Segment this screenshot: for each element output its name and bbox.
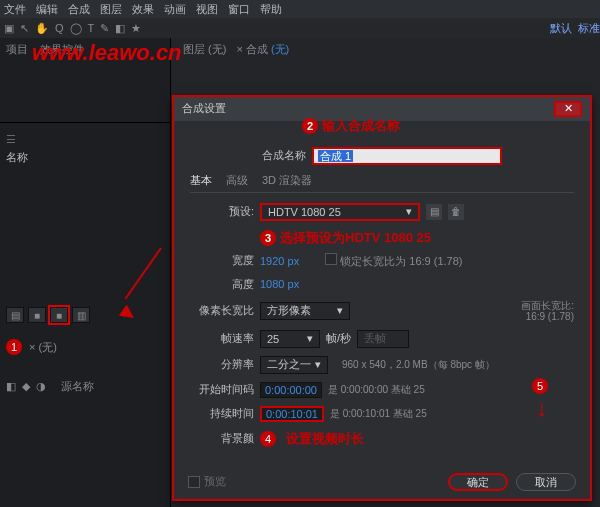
annotation-5: 5 ↓ — [532, 378, 552, 422]
arrow-down-icon: ↓ — [536, 394, 548, 421]
tool-icon[interactable]: Q — [55, 22, 64, 34]
new-comp-icon[interactable]: ■ — [50, 307, 68, 323]
tool-icon[interactable]: ◧ — [115, 22, 125, 35]
footer-icon[interactable]: ▤ — [6, 307, 24, 323]
tab-project[interactable]: 项目 — [6, 43, 28, 55]
resolution-label: 分辨率 — [190, 357, 254, 372]
width-value[interactable]: 1920 px — [260, 255, 299, 267]
watermark: www.leawo.cn — [32, 40, 182, 66]
menu-window[interactable]: 窗口 — [228, 2, 250, 17]
composition-settings-dialog: 合成设置 ✕ 2输入合成名称 合成名称 合成 1 基本 高级 3D 渲染器 预设… — [172, 95, 592, 501]
lock-aspect-label: 锁定长宽比为 16:9 (1.78) — [340, 255, 462, 267]
tool-icon[interactable]: ▣ — [4, 22, 14, 35]
chevron-down-icon: ▾ — [337, 304, 343, 317]
tl-icon[interactable]: ◧ — [6, 380, 16, 393]
tab-advanced[interactable]: 高级 — [226, 173, 248, 188]
annotation-4-badge: 4 — [260, 431, 276, 447]
menu-bar: 文件 编辑 合成 图层 效果 动画 视图 窗口 帮助 — [0, 0, 600, 18]
workspace-default[interactable]: 默认 — [550, 21, 572, 36]
project-list[interactable]: ☰ 名称 — [0, 123, 170, 293]
column-source-name: 源名称 — [61, 379, 94, 394]
workspace-standard[interactable]: 标准 — [578, 21, 600, 36]
lock-aspect-checkbox[interactable] — [325, 253, 337, 265]
left-column: 项目 效果控件 ☰ 名称 ▤ ■ ■ ▥ 1 × (无) ◧ ◆ ◑ — [0, 38, 170, 507]
project-footer-icons: ▤ ■ ■ ▥ — [6, 307, 164, 323]
tool-icon[interactable]: ✎ — [100, 22, 109, 35]
resolution-hint: 960 x 540，2.0 MB（每 8bpc 帧） — [342, 358, 495, 372]
tl-icon[interactable]: ◑ — [36, 380, 46, 393]
chevron-down-icon: ▾ — [315, 358, 321, 371]
frame-aspect-label: 画面长宽比: — [521, 300, 574, 311]
menu-layer[interactable]: 图层 — [100, 2, 122, 17]
menu-comp[interactable]: 合成 — [68, 2, 90, 17]
dialog-tabs: 基本 高级 3D 渲染器 — [190, 173, 574, 193]
menu-effect[interactable]: 效果 — [132, 2, 154, 17]
height-label: 高度 — [190, 277, 254, 292]
save-preset-icon[interactable]: ▤ — [426, 204, 442, 220]
height-value[interactable]: 1080 px — [260, 278, 299, 290]
tab-3d[interactable]: 3D 渲染器 — [262, 173, 312, 188]
duration-label: 持续时间 — [190, 406, 254, 421]
resolution-select[interactable]: 二分之一 ▾ — [260, 356, 328, 374]
footer-icon[interactable]: ▥ — [72, 307, 90, 323]
comp-name-label: 合成名称 — [262, 148, 306, 163]
close-icon[interactable]: ✕ — [554, 101, 582, 117]
preview-checkbox[interactable] — [188, 476, 200, 488]
frame-rate-select[interactable]: 25 ▾ — [260, 330, 320, 348]
timeline-tab-none[interactable]: × (无) — [29, 341, 57, 353]
preset-select[interactable]: HDTV 1080 25 ▾ — [260, 203, 420, 221]
start-tc-input[interactable]: 0:00:00:00 — [260, 382, 322, 398]
tool-icon[interactable]: ◯ — [70, 22, 82, 35]
tool-icon[interactable]: T — [88, 22, 95, 34]
tab-basic[interactable]: 基本 — [190, 173, 212, 188]
preview-checkbox-row: 预览 — [188, 474, 226, 489]
ok-button[interactable]: 确定 — [448, 473, 508, 491]
bg-color-label: 背景颜 — [190, 431, 254, 446]
menu-edit[interactable]: 编辑 — [36, 2, 58, 17]
annotation-3: 3选择预设为HDTV 1080 25 — [260, 229, 574, 247]
dialog-footer: 确定 取消 — [174, 466, 590, 499]
footer-icon[interactable]: ■ — [28, 307, 46, 323]
annotation-1-badge: 1 — [6, 339, 22, 355]
cancel-button[interactable]: 取消 — [516, 473, 576, 491]
preview-checkbox-label: 预览 — [204, 474, 226, 489]
tl-icon[interactable]: ◆ — [22, 380, 30, 393]
menu-help[interactable]: 帮助 — [260, 2, 282, 17]
comp-name-input[interactable]: 合成 1 — [312, 147, 502, 165]
annotation-4-text: 设置视频时长 — [286, 430, 364, 448]
tab-comp-none[interactable]: × 合成 (无) — [236, 42, 289, 57]
preset-label: 预设: — [190, 204, 254, 219]
drop-frame-select: 丢帧 — [357, 330, 409, 348]
menu-anim[interactable]: 动画 — [164, 2, 186, 17]
frame-rate-label: 帧速率 — [190, 331, 254, 346]
duration-input[interactable]: 0:00:10:01 — [260, 406, 324, 422]
chevron-down-icon: ▾ — [406, 205, 412, 218]
tool-row: ▣ ↖ ✋ Q ◯ T ✎ ◧ ★ 默认 标准 — [0, 18, 600, 38]
trash-icon[interactable]: 🗑 — [448, 204, 464, 220]
start-tc-label: 开始时间码 — [190, 382, 254, 397]
column-name: 名称 — [6, 150, 164, 165]
tool-icon[interactable]: ★ — [131, 22, 141, 35]
annotation-2: 2输入合成名称 — [302, 117, 400, 135]
tool-icon[interactable]: ↖ — [20, 22, 29, 35]
timeline-panel: ▤ ■ ■ ▥ 1 × (无) ◧ ◆ ◑ 源名称 — [0, 293, 170, 507]
width-label: 宽度 — [190, 253, 254, 268]
duration-hint: 是 0:00:10:01 基础 25 — [330, 407, 427, 421]
menu-file[interactable]: 文件 — [4, 2, 26, 17]
tl-icon[interactable] — [52, 381, 55, 393]
start-tc-hint: 是 0:00:00:00 基础 25 — [328, 383, 425, 397]
menu-view[interactable]: 视图 — [196, 2, 218, 17]
chevron-down-icon: ▾ — [307, 332, 313, 345]
dialog-title: 合成设置 — [182, 101, 226, 116]
pixel-aspect-select[interactable]: 方形像素 ▾ — [260, 302, 350, 320]
pixel-aspect-label: 像素长宽比 — [190, 303, 254, 318]
tool-icon[interactable]: ✋ — [35, 22, 49, 35]
tab-layer-none[interactable]: 图层 (无) — [183, 42, 226, 57]
frame-aspect-value: 16:9 (1.78) — [526, 311, 574, 322]
frame-rate-unit: 帧/秒 — [326, 331, 351, 346]
